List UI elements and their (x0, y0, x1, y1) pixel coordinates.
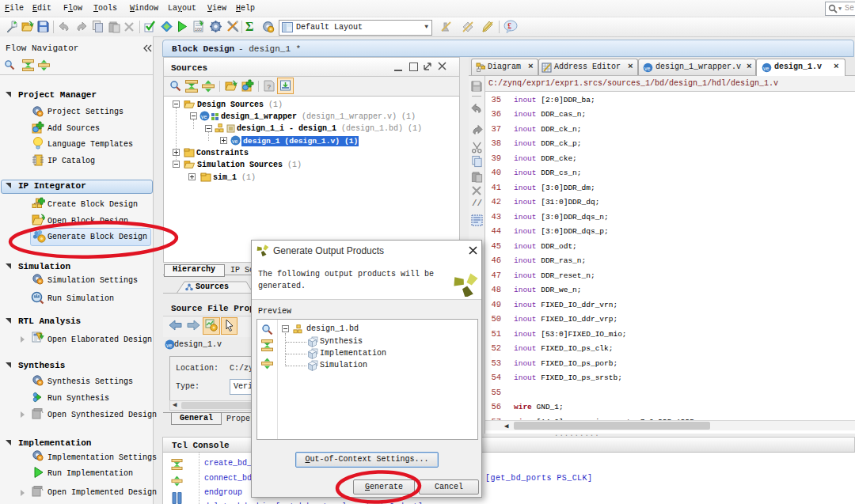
svg-text:Σ: Σ (245, 20, 253, 33)
svg-text:ve: ve (166, 343, 173, 348)
svg-text:100: 100 (195, 27, 202, 32)
svg-text:£: £ (507, 22, 511, 30)
svg-text:ve: ve (763, 66, 770, 71)
svg-text:ve: ve (201, 114, 207, 119)
svg-text:?: ? (267, 83, 272, 91)
svg-text:ve: ve (644, 66, 651, 71)
svg-text:ve: ve (232, 138, 238, 144)
